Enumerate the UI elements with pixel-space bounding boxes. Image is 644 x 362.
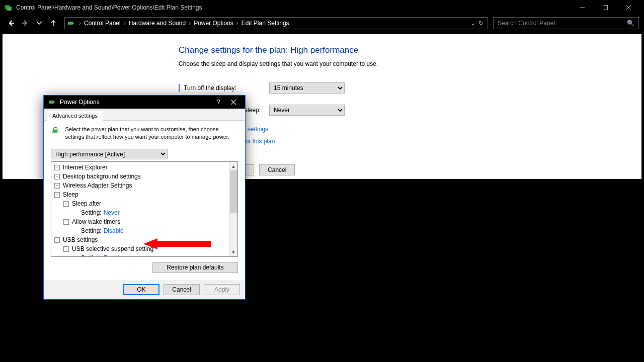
- svg-rect-16: [57, 131, 58, 132]
- dialog-help-button[interactable]: ?: [211, 96, 226, 109]
- tab-advanced-settings[interactable]: Advanced settings: [47, 111, 103, 121]
- battery-icon: [48, 98, 56, 106]
- tree-item-usb-suspend[interactable]: USB selective suspend setting: [72, 245, 153, 252]
- restore-defaults-link[interactable]: Restore default settings for this plan: [179, 138, 641, 145]
- svg-rect-10: [73, 23, 74, 24]
- expand-icon[interactable]: +: [54, 174, 60, 179]
- cancel-button[interactable]: Cancel: [259, 164, 295, 175]
- maximize-button[interactable]: [594, 0, 617, 15]
- apply-button[interactable]: Apply: [204, 284, 240, 295]
- dialog-close-button[interactable]: [226, 96, 241, 109]
- expand-icon[interactable]: +: [54, 165, 60, 170]
- window-titlebar: Control Panel\Hardware and Sound\Power O…: [0, 0, 644, 15]
- search-placeholder: Search Control Panel: [498, 20, 627, 27]
- setting-label: Setting:: [81, 227, 102, 234]
- control-panel-icon: [4, 4, 12, 12]
- tree-item-desktop-bg[interactable]: Desktop background settings: [63, 173, 141, 180]
- turn-off-display-select[interactable]: 15 minutes: [269, 82, 345, 94]
- explorer-toolbar: › Control Panel › Hardware and Sound › P…: [0, 15, 644, 31]
- dialog-description: Select the power plan that you want to c…: [65, 126, 238, 143]
- scroll-up-icon[interactable]: ▲: [229, 162, 237, 170]
- collapse-icon[interactable]: −: [63, 246, 69, 252]
- breadcrumb-item[interactable]: Control Panel: [81, 20, 124, 27]
- back-button[interactable]: [5, 17, 17, 29]
- tree-item-sleep-after[interactable]: Sleep after: [72, 200, 101, 207]
- power-plan-large-icon: [51, 126, 60, 143]
- setting-label: Setting:: [81, 209, 102, 216]
- power-plan-select[interactable]: High performance [Active]: [51, 149, 168, 159]
- window-title: Control Panel\Hardware and Sound\Power O…: [16, 4, 202, 11]
- setting-value-disable[interactable]: Disable: [104, 227, 124, 234]
- close-button[interactable]: [617, 0, 640, 15]
- search-input[interactable]: Search Control Panel 🔍: [493, 17, 639, 29]
- advanced-settings-link[interactable]: Change advanced power settings: [179, 126, 641, 133]
- restore-plan-defaults-button[interactable]: Restore plan defaults: [152, 262, 238, 273]
- collapse-icon[interactable]: −: [63, 219, 69, 225]
- svg-rect-12: [54, 102, 55, 103]
- forward-button[interactable]: [19, 17, 31, 29]
- svg-rect-1: [7, 7, 12, 11]
- tree-item-sleep[interactable]: Sleep: [63, 191, 78, 198]
- page-subtitle: Choose the sleep and display settings th…: [179, 60, 641, 67]
- breadcrumb-item[interactable]: Power Options: [191, 20, 236, 27]
- expand-icon[interactable]: +: [54, 183, 60, 189]
- dialog-tabs: Advanced settings: [44, 109, 245, 121]
- scroll-down-icon[interactable]: ▼: [229, 248, 237, 256]
- collapse-icon[interactable]: −: [54, 192, 60, 198]
- breadcrumb-item[interactable]: Edit Plan Settings: [238, 20, 292, 27]
- display-icon: [179, 84, 180, 92]
- tree-item-usb[interactable]: USB settings: [63, 236, 98, 243]
- collapse-icon[interactable]: −: [54, 237, 60, 243]
- setting-value-never[interactable]: Never: [104, 209, 120, 216]
- tree-item-wireless[interactable]: Wireless Adapter Settings: [63, 182, 132, 189]
- up-button[interactable]: [47, 17, 59, 29]
- setting-value-enabled[interactable]: Enabled: [104, 254, 126, 257]
- recent-locations-button[interactable]: [33, 17, 45, 29]
- settings-tree[interactable]: +Internet Explorer +Desktop background s…: [51, 161, 238, 257]
- dialog-title: Power Options: [60, 99, 100, 106]
- address-bar[interactable]: › Control Panel › Hardware and Sound › P…: [64, 17, 488, 29]
- breadcrumb-item[interactable]: Hardware and Sound: [126, 20, 189, 27]
- minimize-button[interactable]: [571, 0, 594, 15]
- power-options-dialog: Power Options ? Advanced settings Select…: [43, 95, 246, 300]
- setting-label: Setting:: [81, 254, 102, 257]
- dialog-cancel-button[interactable]: Cancel: [164, 284, 200, 295]
- sleep-select[interactable]: Never: [269, 105, 345, 116]
- ok-button[interactable]: OK: [123, 284, 159, 295]
- collapse-icon[interactable]: −: [63, 201, 69, 207]
- tree-scrollbar[interactable]: ▲ ▼: [229, 162, 237, 256]
- search-icon: 🔍: [627, 20, 634, 27]
- tree-item-ie[interactable]: Internet Explorer: [63, 164, 108, 171]
- svg-rect-15: [52, 130, 57, 133]
- refresh-icon[interactable]: ↻: [478, 20, 484, 27]
- chevron-down-icon[interactable]: ⌄: [470, 20, 475, 27]
- scroll-thumb[interactable]: [230, 170, 237, 213]
- svg-rect-9: [68, 22, 73, 25]
- dialog-titlebar[interactable]: Power Options ?: [44, 96, 245, 109]
- svg-rect-3: [603, 6, 608, 10]
- page-title: Change settings for the plan: High perfo…: [179, 45, 641, 55]
- turn-off-display-label: Turn off the display:: [184, 84, 236, 92]
- power-plan-icon: [67, 19, 75, 27]
- svg-rect-11: [49, 101, 54, 104]
- tree-item-wake-timers[interactable]: Allow wake timers: [72, 218, 120, 225]
